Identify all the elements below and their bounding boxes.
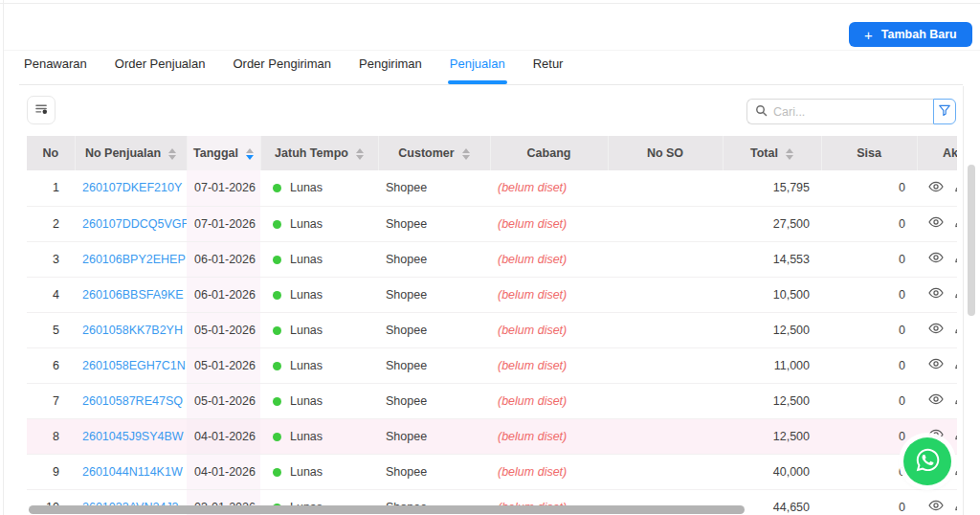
tabs-divider	[19, 84, 963, 85]
plus-icon: +	[864, 28, 873, 42]
total-cell: 40,000	[723, 454, 821, 489]
column-header-total[interactable]: Total	[723, 136, 821, 170]
status-label: Lunas	[290, 465, 323, 479]
sale-number-link[interactable]: 2601058KK7B2YH	[82, 324, 183, 337]
left-divider	[3, 0, 4, 515]
total-cell: 27,500	[723, 206, 821, 241]
so-number-cell	[608, 241, 723, 277]
column-header-no_penjualan[interactable]: No Penjualan	[75, 136, 187, 170]
eye-icon[interactable]	[928, 356, 944, 374]
table-header-row: NoNo PenjualanTanggalJatuh TempoCustomer…	[27, 136, 957, 170]
tab-order-penjualan[interactable]: Order Penjualan	[115, 56, 206, 82]
pencil-icon[interactable]	[954, 215, 957, 232]
sale-number-link[interactable]: 26010587RE47SQ	[82, 394, 183, 408]
row-number: 1	[27, 170, 75, 206]
due-status-cell: Lunas	[260, 418, 378, 454]
sort-icon[interactable]	[246, 148, 254, 160]
column-header-jatuh_tempo[interactable]: Jatuh Tempo	[260, 136, 378, 170]
remaining-cell: 0	[821, 170, 917, 206]
whatsapp-button[interactable]	[903, 437, 951, 485]
date-cell: 04-01-2026	[187, 418, 260, 454]
sort-icon[interactable]	[786, 148, 793, 160]
search-icon	[755, 103, 768, 121]
pencil-icon[interactable]	[954, 392, 957, 409]
vertical-scrollbar[interactable]	[968, 165, 975, 316]
sort-icon[interactable]	[356, 148, 364, 160]
filter-button[interactable]	[933, 99, 956, 124]
sort-icon[interactable]	[462, 148, 470, 160]
tab-penjualan[interactable]: Penjualan	[450, 56, 505, 82]
actions-cell	[917, 489, 957, 515]
pencil-icon[interactable]	[954, 251, 957, 267]
eye-icon[interactable]	[928, 498, 944, 515]
sort-icon[interactable]	[168, 148, 176, 160]
eye-icon[interactable]	[928, 179, 944, 197]
tab-penawaran[interactable]: Penawaran	[24, 56, 87, 82]
so-number-cell	[608, 206, 723, 241]
pencil-icon[interactable]	[954, 322, 957, 338]
row-number: 4	[27, 277, 75, 312]
date-cell: 05-01-2026	[187, 347, 260, 383]
so-number-cell	[608, 277, 723, 312]
customer-cell: Shopee	[378, 347, 490, 383]
row-number: 5	[27, 312, 75, 347]
search-box[interactable]	[746, 99, 933, 124]
branch-cell: (belum diset)	[490, 383, 608, 418]
add-new-button[interactable]: + Tambah Baru	[849, 22, 972, 47]
sale-number-link[interactable]: 260106BBSFA9KE	[82, 288, 184, 302]
search-area	[746, 99, 956, 124]
so-number-cell	[608, 312, 723, 347]
pencil-icon[interactable]	[954, 499, 957, 515]
due-status-cell: Lunas	[260, 454, 378, 489]
status-label: Lunas	[290, 217, 323, 231]
column-header-tanggal[interactable]: Tanggal	[187, 136, 260, 170]
search-input[interactable]	[773, 105, 925, 119]
tab-order-pengiriman[interactable]: Order Pengiriman	[233, 56, 331, 82]
tab-pengiriman[interactable]: Pengiriman	[359, 56, 422, 82]
remaining-cell: 0	[821, 347, 917, 383]
due-status-cell: Lunas	[260, 383, 378, 418]
pencil-icon[interactable]	[954, 286, 957, 302]
actions-cell	[917, 241, 957, 277]
column-header-sisa: Sisa	[821, 136, 917, 170]
column-label: Customer	[398, 146, 454, 160]
sale-number-link[interactable]: 260106BPY2EHEP	[82, 253, 186, 266]
eye-icon[interactable]	[928, 285, 944, 303]
eye-icon[interactable]	[928, 214, 944, 233]
vertical-scrollbar-track	[963, 86, 964, 515]
column-label: Sisa	[857, 146, 881, 160]
pencil-icon[interactable]	[954, 180, 957, 196]
status-dot-icon	[273, 184, 281, 192]
eye-icon[interactable]	[928, 392, 944, 410]
table-row: 3 260106BPY2EHEP 06-01-2026 Lunas Shopee…	[27, 241, 957, 277]
remaining-cell: 0	[821, 277, 917, 312]
so-number-cell	[608, 347, 723, 383]
customer-cell: Shopee	[378, 170, 490, 206]
total-cell: 14,553	[723, 241, 821, 277]
pencil-icon[interactable]	[954, 428, 957, 444]
sale-number-link[interactable]: 260107DKEF210Y	[82, 181, 182, 194]
filter-funnel-icon	[938, 103, 951, 120]
due-status-cell: Lunas	[260, 312, 378, 347]
column-settings-button[interactable]	[27, 96, 56, 124]
sale-number-link[interactable]: 2601045J9SY4BW	[82, 430, 184, 443]
eye-icon[interactable]	[928, 250, 944, 268]
sale-number-cell: 2601045J9SY4BW	[75, 418, 187, 454]
so-number-cell	[608, 418, 723, 454]
pencil-icon[interactable]	[954, 463, 957, 480]
status-dot-icon	[273, 220, 281, 229]
sale-number-link[interactable]: 2601058EGH7C1N	[82, 359, 186, 372]
sale-number-link[interactable]: 2601044N114K1W	[82, 465, 183, 479]
status-dot-icon	[273, 256, 281, 264]
branch-cell: (belum diset)	[490, 312, 608, 347]
eye-icon[interactable]	[928, 321, 944, 339]
remaining-cell: 0	[821, 241, 917, 277]
horizontal-scrollbar[interactable]	[29, 505, 745, 514]
column-header-customer[interactable]: Customer	[378, 136, 490, 170]
sale-number-link[interactable]: 260107DDCQ5VGF	[82, 217, 187, 231]
pencil-icon[interactable]	[954, 357, 957, 373]
column-label: Jatuh Tempo	[275, 146, 348, 160]
tab-retur[interactable]: Retur	[533, 56, 564, 82]
branch-cell: (belum diset)	[490, 347, 608, 383]
status-label: Lunas	[290, 324, 323, 337]
